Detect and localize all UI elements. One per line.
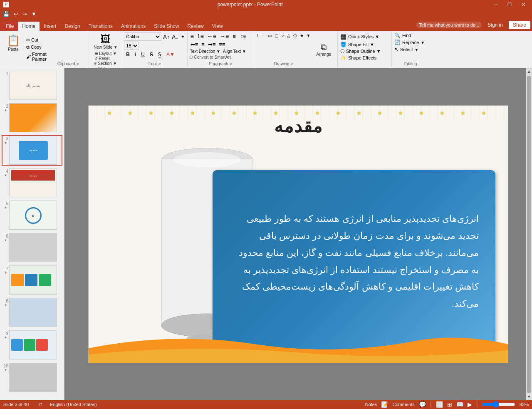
tab-view[interactable]: View [208, 22, 227, 31]
shape-more-icon[interactable]: ▼ [305, 32, 312, 39]
tab-animations[interactable]: Animations [117, 22, 150, 31]
underline-button[interactable]: U [139, 51, 147, 58]
undo-icon[interactable]: ↩ [12, 10, 20, 18]
columns-button[interactable]: ⫼ [231, 33, 238, 40]
shape-triangle-icon[interactable]: △ [286, 32, 292, 39]
svg-point-18 [357, 112, 361, 115]
align-right-button[interactable]: ➡≡ [207, 41, 217, 48]
slide-item-2[interactable]: 2 ★ [2, 102, 62, 133]
slide-number-3: 3 [2, 136, 8, 141]
clipboard-label: Clipboard ↗ [49, 62, 87, 66]
quick-styles-button[interactable]: ▦ Quick Styles ▼ [340, 32, 389, 40]
minimize-button[interactable]: ─ [491, 2, 501, 7]
section-button[interactable]: ≡ Section ▼ [94, 61, 117, 66]
slide-item-7[interactable]: 7 ★ [2, 265, 62, 295]
align-left-button[interactable]: ⬅≡ [189, 41, 200, 48]
shape-line-icon[interactable]: / [256, 32, 260, 39]
shape-arrow-icon[interactable]: → [260, 32, 266, 39]
shape-oval-icon[interactable]: ○ [280, 32, 285, 39]
italic-button[interactable]: I [133, 51, 138, 58]
shape-star-icon[interactable]: ★ [299, 32, 305, 39]
bullets-button[interactable]: ≡ [189, 32, 195, 40]
slide-item-3[interactable]: 3 ★ مقدمه [2, 135, 62, 166]
vertical-scrollbar[interactable]: ▲ ▼ [526, 68, 532, 400]
slide-item-1[interactable]: 1 بسم الله [2, 70, 62, 101]
strikethrough-button[interactable]: S [148, 51, 155, 58]
paste-button[interactable]: 📋 Paste [3, 32, 23, 66]
slide-canvas[interactable]: مقدمه انرژی‌های تجدیدپذیر منابع [88, 105, 508, 363]
close-button[interactable]: ✕ [518, 2, 529, 7]
shape-rounded-rect-icon[interactable]: ▢ [273, 32, 280, 39]
arrange-button[interactable]: ⧉ Arrange [313, 40, 334, 59]
shape-outline-button[interactable]: ⬡ Shape Outline ▼ [340, 48, 389, 54]
new-slide-button[interactable]: 🖼 New Slide ▼ [92, 32, 119, 50]
tab-insert[interactable]: Insert [40, 22, 60, 31]
font-name-select[interactable]: Calibri [124, 32, 161, 41]
shadow-button[interactable]: S̲ [156, 51, 163, 58]
slide-title[interactable]: مقدمه [89, 116, 508, 136]
font-color-button[interactable]: A▼ [164, 51, 177, 58]
select-button[interactable]: ↖ Select ▼ [394, 47, 427, 52]
replace-button[interactable]: 🔄 Replace ▼ [394, 40, 427, 45]
shape-pentagon-icon[interactable]: ⬠ [292, 32, 298, 39]
blue-content-box[interactable]: انرژی‌های تجدیدپذیر منابعی از انرژی هستن… [213, 170, 495, 353]
svg-point-17 [337, 112, 340, 115]
tab-design[interactable]: Design [60, 22, 84, 31]
restore-button[interactable]: ❐ [504, 2, 515, 7]
decrease-indent-button[interactable]: ←≡ [206, 32, 218, 40]
decrease-font-button[interactable]: A↓ [171, 34, 179, 40]
shape-outline-icon: ⬡ [340, 48, 344, 54]
cut-button[interactable]: ✂Cut [25, 37, 48, 43]
tab-file[interactable]: File [2, 22, 18, 31]
tab-home[interactable]: Home [18, 22, 40, 31]
slide-item-8[interactable]: 8 ★ [2, 297, 62, 328]
format-painter-button[interactable]: 🖌Format Painter [25, 51, 48, 62]
increase-font-button[interactable]: A↑ [162, 34, 170, 40]
shape-fill-button[interactable]: 🪣 Shape Fill ▼ [340, 42, 389, 47]
slideshow-button[interactable]: ▶ [468, 401, 472, 408]
slide-item-5[interactable]: 5 ★ ⊕ [2, 200, 62, 231]
font-size-select[interactable]: 18 [124, 42, 139, 50]
notes-button[interactable]: Notes [365, 402, 377, 407]
share-button[interactable]: Share [509, 21, 530, 29]
line-spacing-button[interactable]: ↕≡ [239, 33, 247, 40]
reading-view-button[interactable]: 📖 [456, 401, 463, 408]
convert-smartart-button[interactable]: ⬡ Convert to SmartArt [189, 55, 252, 59]
tab-review[interactable]: Review [183, 22, 208, 31]
find-button[interactable]: 🔍 Find [394, 32, 427, 38]
numbering-button[interactable]: 1≡ [196, 32, 205, 40]
save-icon[interactable]: 💾 [2, 10, 11, 18]
bold-button[interactable]: B [124, 51, 132, 58]
font-label: Font ↗ [124, 62, 185, 66]
justify-button[interactable]: ≡≡ [218, 41, 226, 48]
copy-button[interactable]: ⧉Copy [25, 44, 48, 50]
slide-item-4[interactable]: 4 ★ شرایط [2, 167, 62, 198]
align-center-button[interactable]: ≡ [200, 41, 206, 48]
layout-button[interactable]: ☰ Layout ▼ [94, 51, 117, 56]
customize-qat-icon[interactable]: ▼ [30, 10, 38, 18]
tab-slideshow[interactable]: Slide Show [150, 22, 183, 31]
signin-button[interactable]: Sign in [484, 21, 506, 29]
svg-point-8 [149, 112, 153, 115]
redo-icon[interactable]: ↪ [21, 10, 28, 18]
comments-button[interactable]: Comments [392, 402, 414, 407]
tell-me-input[interactable]: Tell me what you want to do... [416, 22, 482, 28]
slide-item-10[interactable]: 10 ★ [2, 362, 62, 393]
normal-view-button[interactable]: ⬜ [436, 401, 443, 408]
slide-panel: 1 بسم الله 2 ★ 3 ★ مقدمه [0, 68, 64, 400]
svg-point-3 [174, 152, 240, 167]
tab-transitions[interactable]: Transitions [84, 22, 117, 31]
slide-number-7: 7 [2, 265, 8, 271]
quick-access-toolbar: 💾 ↩ ↪ ▼ [0, 9, 532, 18]
slide-item-9[interactable]: 9 ★ [2, 330, 62, 360]
zoom-slider[interactable] [482, 401, 515, 408]
clear-format-button[interactable]: ✦ [180, 34, 186, 40]
reset-button[interactable]: ↺ Reset [94, 56, 117, 61]
shape-rect-icon[interactable]: ▭ [267, 32, 273, 39]
align-text-button[interactable]: Align Text ▼ [222, 49, 247, 54]
increase-indent-button[interactable]: →≡ [218, 32, 230, 40]
slide-sorter-button[interactable]: ⊞ [447, 401, 452, 408]
slide-item-6[interactable]: 6 ★ [2, 232, 62, 263]
text-direction-button[interactable]: Text Direction ▼ [189, 49, 221, 54]
shape-effects-button[interactable]: ✨ Shape Effects [340, 55, 389, 61]
